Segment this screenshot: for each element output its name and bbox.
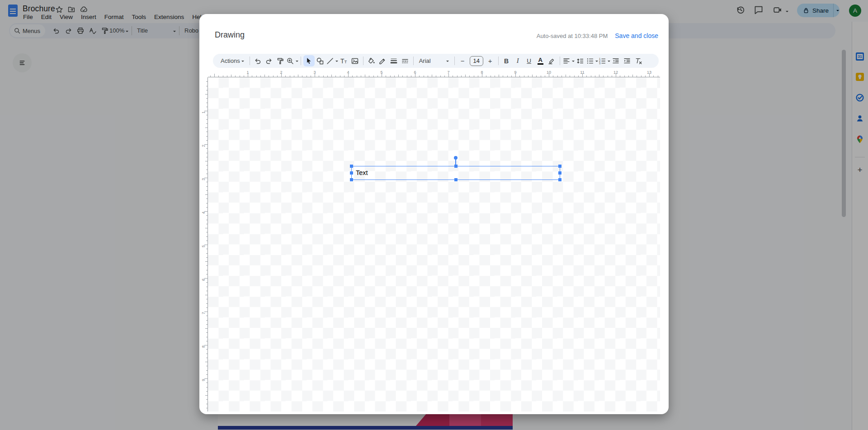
ruler-label: 8 [201, 342, 206, 348]
horizontal-ruler: 12345678910111213 [208, 70, 660, 77]
actions-menu-button[interactable]: Actions [217, 55, 247, 66]
underline-button[interactable]: U [524, 55, 535, 66]
drawing-canvas[interactable] [208, 77, 660, 411]
ruler-label: 2 [201, 142, 206, 147]
toolbar-divider [413, 57, 414, 65]
insert-image-icon [351, 57, 359, 65]
selected-textbox[interactable]: Text [351, 166, 560, 180]
clear-formatting-button[interactable] [633, 55, 644, 66]
toolbar-divider [363, 57, 363, 65]
text-box-button[interactable]: TT [338, 55, 349, 66]
zoom-in-icon [286, 57, 294, 65]
highlight-color-button[interactable] [546, 55, 557, 66]
align-icon [562, 57, 571, 65]
align-button[interactable] [562, 55, 575, 66]
zoom-in-button[interactable] [286, 55, 298, 66]
align-caret-icon [572, 61, 575, 63]
resize-handle[interactable] [350, 165, 353, 168]
fill-color-button[interactable] [366, 55, 377, 66]
increase-font-button[interactable]: + [485, 55, 496, 66]
line-caret-icon [335, 61, 338, 63]
font-family-button[interactable]: Arial [416, 55, 452, 66]
resize-handle[interactable] [454, 165, 458, 168]
italic-button[interactable]: I [512, 55, 524, 66]
underline-icon: U [527, 57, 531, 64]
line-color-button[interactable] [377, 55, 388, 66]
ruler-label: 5 [380, 70, 382, 75]
numbered-list-button[interactable]: 123 [598, 55, 610, 66]
redo-icon [265, 57, 273, 65]
save-and-close-button[interactable]: Save and close [615, 32, 658, 39]
ruler-label: 13 [647, 70, 651, 75]
vertical-ruler: 123456789 [201, 77, 208, 411]
select-cursor-icon [305, 57, 313, 65]
shape-button[interactable] [315, 55, 326, 66]
numbered-list-caret-icon [608, 61, 610, 63]
resize-handle[interactable] [558, 178, 561, 181]
toolbar-divider [301, 57, 301, 65]
resize-handle[interactable] [350, 171, 353, 175]
undo-button[interactable] [252, 55, 264, 66]
toolbar-divider [560, 57, 560, 65]
redo-button[interactable] [264, 55, 275, 66]
ruler-label: 11 [580, 70, 584, 75]
decrease-indent-button[interactable] [610, 55, 622, 66]
line-dash-button[interactable] [400, 55, 411, 66]
ruler-label: 9 [514, 70, 516, 75]
resize-handle[interactable] [454, 178, 458, 181]
highlight-color-icon [547, 57, 556, 65]
undo-icon [254, 57, 262, 65]
font-size-box-button[interactable]: 14 [470, 56, 483, 66]
line-spacing-icon [576, 57, 584, 65]
toolbar-divider [454, 57, 455, 65]
ruler-label: 3 [313, 70, 316, 75]
bold-button[interactable]: B [501, 55, 512, 66]
select-cursor-button[interactable] [303, 55, 315, 66]
paint-format-icon [276, 57, 284, 65]
line-weight-button[interactable] [388, 55, 400, 66]
bold-icon: B [504, 57, 509, 65]
ruler-label: 5 [201, 242, 206, 247]
increase-indent-icon [623, 57, 631, 65]
actions-menu-caret-icon [241, 61, 244, 63]
ruler-label: 1 [201, 108, 206, 113]
toolbar-divider [250, 57, 250, 65]
text-color-button[interactable]: A [535, 55, 546, 66]
dialog-title: Drawing [215, 30, 245, 40]
decrease-indent-icon [612, 57, 620, 65]
ruler-label: 7 [201, 309, 206, 314]
clear-formatting-icon [634, 57, 642, 65]
ruler-label: 4 [201, 208, 206, 214]
fill-color-icon [367, 57, 375, 65]
ruler-label: 9 [201, 376, 206, 381]
drawing-dialog: Drawing Auto-saved at 10:33:48 PM Save a… [199, 14, 669, 414]
paint-format-button[interactable] [275, 55, 286, 66]
ruler-label: 2 [280, 70, 282, 75]
autosave-status: Auto-saved at 10:33:48 PM [537, 33, 608, 39]
line-button[interactable] [326, 55, 338, 66]
line-dash-icon [401, 57, 409, 65]
ruler-label: 6 [201, 275, 206, 281]
ruler-label: 1 [246, 70, 249, 75]
shape-icon [316, 57, 324, 65]
bulleted-list-icon [586, 57, 594, 65]
resize-handle[interactable] [350, 178, 353, 181]
decrease-font-button[interactable]: − [457, 55, 468, 66]
increase-indent-button[interactable] [622, 55, 633, 66]
rotation-handle-line [455, 159, 456, 165]
insert-image-button[interactable] [349, 55, 361, 66]
resize-handle[interactable] [558, 171, 561, 175]
text-tool-icon: TT [340, 57, 347, 65]
drawing-toolbar: ActionsTTArial−14+BIUA123 [213, 54, 659, 68]
textbox-text: Text [352, 166, 560, 179]
ruler-label: 12 [613, 70, 618, 75]
ruler-label: 4 [347, 70, 349, 75]
ruler-label: 6 [414, 70, 416, 75]
resize-handle[interactable] [558, 165, 561, 168]
bulleted-list-button[interactable] [586, 55, 598, 66]
ruler-label: 10 [547, 70, 551, 75]
line-spacing-button[interactable] [575, 55, 586, 66]
font-family-caret-icon [446, 61, 449, 63]
decrease-font-icon: − [461, 57, 465, 65]
rotation-handle[interactable] [454, 156, 458, 160]
